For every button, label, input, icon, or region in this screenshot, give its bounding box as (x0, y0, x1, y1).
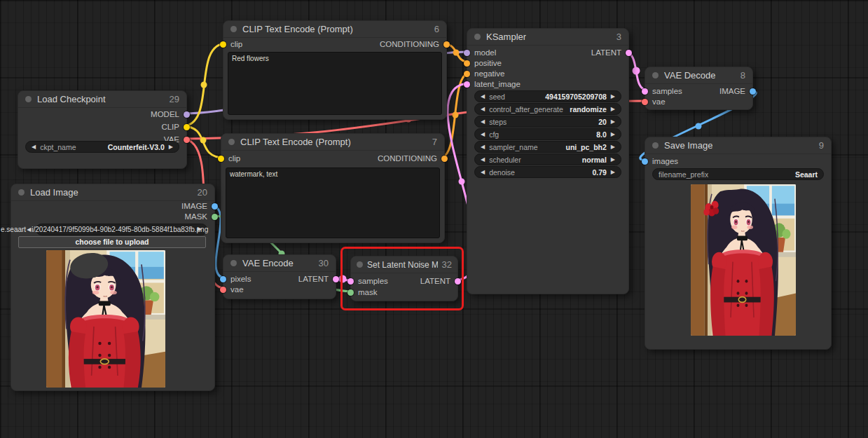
clip-port-icon[interactable] (220, 41, 226, 48)
decrement-arrow-icon[interactable]: ◀ (481, 144, 485, 150)
vae-port-icon[interactable] (220, 287, 226, 293)
mask-port-icon[interactable] (212, 214, 218, 220)
increment-arrow-icon[interactable]: ▶ (611, 144, 615, 150)
vae-port-icon[interactable] (642, 99, 648, 105)
latent-port-icon[interactable] (455, 278, 461, 285)
steps-widget[interactable]: ◀ steps 20 ▶ (474, 116, 621, 128)
collapse-dot[interactable] (652, 72, 659, 78)
latent-port-icon[interactable] (464, 81, 470, 88)
input-clip[interactable]: clip (221, 153, 240, 163)
output-model[interactable]: MODEL (151, 109, 186, 119)
collapse-dot[interactable] (18, 189, 25, 196)
model-port-icon[interactable] (464, 50, 470, 56)
node-header[interactable]: Set Latent Noise Mask 32 (351, 256, 457, 273)
scheduler-widget[interactable]: ◀ scheduler normal ▶ (474, 153, 621, 165)
node-save-image[interactable]: Save Image 9 images filename_prefix Seaa… (645, 137, 832, 350)
latent-port-icon[interactable] (642, 88, 648, 95)
input-vae[interactable]: vae (645, 97, 666, 107)
output-clip[interactable]: CLIP (161, 122, 186, 132)
input-images[interactable]: images (645, 156, 678, 166)
node-load-checkpoint[interactable]: Load Checkpoint 29 MODEL CLIP VAE ◀ ckpt… (18, 90, 187, 169)
node-vae-decode[interactable]: VAE Decode 8 samples IMAGE vae (645, 67, 753, 110)
input-positive[interactable]: positive (467, 58, 502, 68)
node-header[interactable]: VAE Encode 30 (223, 255, 336, 272)
denoise-widget[interactable]: ◀ denoise 0.79 ▶ (474, 166, 621, 178)
node-header[interactable]: Load Checkpoint 29 (18, 91, 186, 108)
node-header[interactable]: VAE Decode 8 (645, 67, 752, 84)
node-ksampler[interactable]: KSampler 3 model LATENT positive negativ… (467, 28, 629, 294)
latent-port-icon[interactable] (626, 50, 632, 56)
collapse-dot[interactable] (474, 34, 481, 40)
decrement-arrow-icon[interactable]: ◀ (481, 119, 485, 125)
image-port-icon[interactable] (750, 88, 756, 95)
clip-port-icon[interactable] (218, 156, 224, 162)
decrement-arrow-icon[interactable]: ◀ (32, 144, 36, 150)
decrement-arrow-icon[interactable]: ◀ (27, 227, 31, 233)
input-pixels[interactable]: pixels (223, 274, 251, 284)
output-image[interactable]: IMAGE (719, 86, 752, 96)
increment-arrow-icon[interactable]: ▶ (611, 94, 615, 100)
increment-arrow-icon[interactable]: ▶ (169, 144, 173, 150)
latent-port-icon[interactable] (333, 276, 339, 282)
conditioning-port-icon[interactable] (464, 71, 470, 77)
image-port-icon[interactable] (642, 158, 648, 165)
node-clip-text-encode-positive[interactable]: CLIP Text Encode (Prompt) 6 clip CONDITI… (223, 20, 447, 120)
input-latent-image[interactable]: latent_image (467, 79, 521, 89)
clip-port-icon[interactable] (184, 124, 190, 130)
decrement-arrow-icon[interactable]: ◀ (481, 107, 485, 112)
increment-arrow-icon[interactable]: ▶ (611, 157, 615, 163)
input-mask[interactable]: mask (351, 287, 377, 297)
ckpt-name-widget[interactable]: ◀ ckpt_name Counterfeit-V3.0 ▶ (25, 141, 179, 153)
seed-widget[interactable]: ◀ seed 494159705209708 ▶ (474, 90, 621, 102)
collapse-dot[interactable] (230, 260, 237, 266)
image-port-icon[interactable] (220, 276, 226, 282)
input-vae[interactable]: vae (223, 285, 244, 294)
collapse-dot[interactable] (357, 261, 363, 268)
sampler-name-widget[interactable]: ◀ sampler_name uni_pc_bh2 ▶ (474, 141, 621, 153)
output-latent[interactable]: LATENT (420, 276, 457, 286)
input-samples[interactable]: samples (645, 86, 682, 96)
node-clip-text-encode-negative[interactable]: CLIP Text Encode (Prompt) 7 clip CONDITI… (221, 133, 445, 243)
increment-arrow-icon[interactable]: ▶ (611, 132, 615, 137)
node-load-image[interactable]: Load Image 20 IMAGE MASK e.seaart ◀ i/20… (11, 184, 215, 391)
filename-prefix-widget[interactable]: filename_prefix Seaart (652, 168, 824, 180)
graph-canvas[interactable]: { "colors": { "canvas_bg": "#222222", "n… (0, 0, 868, 438)
latent-port-icon[interactable] (347, 278, 354, 285)
node-vae-encode[interactable]: VAE Encode 30 pixels LATENT vae (223, 254, 336, 299)
collapse-dot[interactable] (230, 26, 237, 32)
collapse-dot[interactable] (228, 139, 235, 145)
node-header[interactable]: KSampler 3 (467, 29, 628, 46)
output-mask[interactable]: MASK (184, 212, 214, 221)
decrement-arrow-icon[interactable]: ◀ (481, 132, 485, 137)
collapse-dot[interactable] (25, 96, 32, 102)
model-port-icon[interactable] (184, 111, 190, 118)
conditioning-port-icon[interactable] (443, 41, 450, 48)
increment-arrow-icon[interactable]: ▶ (611, 107, 615, 112)
decrement-arrow-icon[interactable]: ◀ (481, 170, 485, 175)
increment-arrow-icon[interactable]: ▶ (198, 226, 202, 232)
decrement-arrow-icon[interactable]: ◀ (481, 94, 485, 100)
input-clip[interactable]: clip (223, 39, 242, 49)
input-negative[interactable]: negative (467, 69, 504, 78)
node-header[interactable]: CLIP Text Encode (Prompt) 7 (221, 134, 444, 151)
output-conditioning[interactable]: CONDITIONING (380, 39, 446, 49)
conditioning-port-icon[interactable] (441, 156, 448, 162)
control-after-generate-widget[interactable]: ◀ control_after_generate randomize ▶ (474, 103, 621, 115)
prompt-textarea[interactable]: Red flowers (228, 52, 442, 115)
choose-file-button[interactable]: choose file to upload (18, 236, 206, 248)
output-image[interactable]: IMAGE (181, 201, 214, 211)
node-header[interactable]: CLIP Text Encode (Prompt) 6 (223, 21, 446, 38)
input-model[interactable]: model (467, 48, 496, 57)
output-conditioning[interactable]: CONDITIONING (378, 153, 444, 163)
decrement-arrow-icon[interactable]: ◀ (481, 157, 485, 163)
input-samples[interactable]: samples (351, 276, 388, 286)
output-latent[interactable]: LATENT (298, 274, 336, 284)
output-latent[interactable]: LATENT (591, 48, 628, 57)
conditioning-port-icon[interactable] (464, 60, 470, 67)
node-set-latent-noise-mask[interactable]: Set Latent Noise Mask 32 samples LATENT … (350, 256, 458, 301)
node-header[interactable]: Load Image 20 (11, 184, 214, 201)
vae-port-icon[interactable] (184, 137, 190, 143)
increment-arrow-icon[interactable]: ▶ (611, 170, 615, 175)
mask-port-icon[interactable] (347, 289, 354, 296)
increment-arrow-icon[interactable]: ▶ (611, 119, 615, 125)
